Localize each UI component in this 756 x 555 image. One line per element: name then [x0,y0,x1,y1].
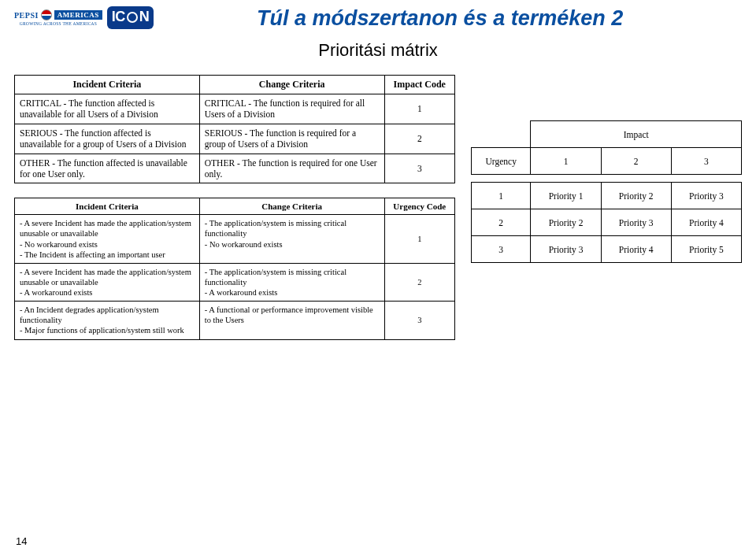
table-row: SERIOUS - The function affected is unava… [15,124,455,154]
table-row: - A severe Incident has made the applica… [15,215,455,264]
pepsi-tagline: GROWING ACROSS THE AMERICAS [20,21,98,26]
t2-r2-c3: 3 [384,302,454,339]
t2-r2-c2: - A functional or performance improvemen… [199,302,384,339]
t2-head-incident: Incident Criteria [15,198,200,215]
t1-r0-c2: CRITICAL - The function is required for … [199,94,384,124]
page-title: Túl a módszertanon és a terméken 2 [154,6,742,31]
table-row: CRITICAL - The function affected is unav… [15,94,455,124]
matrix-cell: Priority 4 [671,209,741,236]
matrix-cell: Priority 3 [601,209,671,236]
t2-r0-c1: - A severe Incident has made the applica… [15,215,200,264]
brand-logos: PEPSI AMERICAS GROWING ACROSS THE AMERIC… [14,6,154,29]
page-subtitle: Prioritási mátrix [0,40,756,61]
matrix-cell: Priority 4 [601,236,671,263]
table-row: OTHER - The function affected is unavail… [15,154,455,183]
priority-matrix: Impact Urgency 1 2 3 1 Priority 1 Priori… [471,120,742,263]
t1-r0-c3: 1 [384,94,454,124]
t1-r2-c2: OTHER - The function is required for one… [199,154,384,183]
t1-head-code: Impact Code [384,76,454,94]
t2-r0-c2: - The application/system is missing crit… [199,215,384,264]
pepsi-ball-icon [41,9,52,20]
t2-r0-c3: 1 [384,215,454,264]
t1-r1-c3: 2 [384,124,454,154]
t2-r1-c2: - The application/system is missing crit… [199,263,384,301]
pepsi-americas-logo: PEPSI AMERICAS GROWING ACROSS THE AMERIC… [14,9,102,26]
t2-head-code: Urgency Code [384,198,454,215]
t1-r0-c1: CRITICAL - The function affected is unav… [15,94,200,124]
matrix-row-3: 3 [472,236,531,263]
table-row: - A severe Incident has made the applica… [15,263,455,301]
icon-logo-text1: IC [112,9,125,25]
table-row: - An Incident degrades application/syste… [15,302,455,339]
matrix-impact-label: Impact [531,121,742,148]
t2-r1-c1: - A severe Incident has made the applica… [15,263,200,301]
matrix-row-1: 1 [472,183,531,209]
matrix-cell: Priority 5 [671,236,741,263]
table-row: 2 Priority 2 Priority 3 Priority 4 [472,209,742,236]
t2-head-change: Change Criteria [199,198,384,215]
matrix-cell: Priority 2 [531,209,601,236]
t1-r2-c1: OTHER - The function affected is unavail… [15,154,200,183]
americas-text: AMERICAS [54,10,102,20]
matrix-row-2: 2 [472,209,531,236]
pepsi-text: PEPSI [14,11,39,20]
ring-icon [127,12,138,23]
table-row: 1 Priority 1 Priority 2 Priority 3 [472,183,742,209]
t1-head-change: Change Criteria [199,76,384,94]
page-number: 14 [16,535,27,547]
matrix-col-1: 1 [531,148,601,175]
matrix-cell: Priority 1 [531,183,601,209]
table-row: 3 Priority 3 Priority 4 Priority 5 [472,236,742,263]
matrix-cell: Priority 2 [601,183,671,209]
t1-r1-c2: SERIOUS - The function is required for a… [199,124,384,154]
matrix-urgency-label: Urgency [472,148,531,175]
icon-logo-text2: N [139,9,150,25]
t2-r1-c3: 2 [384,263,454,301]
t1-r2-c3: 3 [384,154,454,183]
matrix-col-2: 2 [601,148,671,175]
t1-r1-c1: SERIOUS - The function affected is unava… [15,124,200,154]
icon-logo: IC N [107,6,154,29]
urgency-criteria-table: Incident Criteria Change Criteria Urgenc… [14,198,455,339]
t2-r2-c1: - An Incident degrades application/syste… [15,302,200,339]
matrix-cell: Priority 3 [531,236,601,263]
matrix-col-3: 3 [671,148,741,175]
matrix-cell: Priority 3 [671,183,741,209]
t1-head-incident: Incident Criteria [15,76,200,94]
impact-criteria-table: Incident Criteria Change Criteria Impact… [14,75,455,183]
